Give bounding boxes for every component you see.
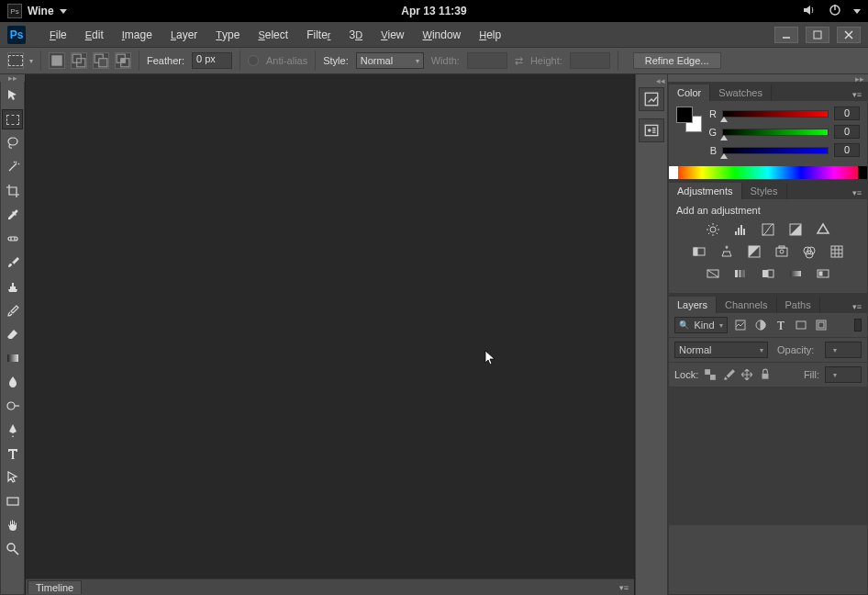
feather-input[interactable]: 0 px: [192, 52, 232, 69]
move-tool[interactable]: [2, 85, 23, 106]
menu-file[interactable]: File: [40, 25, 76, 45]
rectangle-tool[interactable]: [2, 491, 23, 511]
window-maximize-button[interactable]: [806, 27, 829, 43]
tab-channels[interactable]: Channels: [717, 297, 776, 313]
menu-select[interactable]: Select: [249, 25, 297, 45]
tab-styles[interactable]: Styles: [742, 183, 787, 199]
document-canvas[interactable]: Timeline ▾≡: [25, 74, 635, 595]
gradient-tool[interactable]: [2, 348, 23, 368]
eraser-tool[interactable]: [2, 324, 23, 344]
app-indicator-icon[interactable]: Ps: [7, 4, 22, 18]
fill-input[interactable]: ▾: [825, 366, 862, 383]
hue-saturation-icon[interactable]: [690, 243, 708, 260]
lock-all-icon[interactable]: [759, 368, 772, 381]
black-white-icon[interactable]: [745, 243, 763, 260]
tab-paths[interactable]: Paths: [777, 297, 820, 313]
menu-window[interactable]: Window: [413, 25, 470, 45]
channel-mixer-icon[interactable]: [800, 243, 818, 260]
timeline-tab[interactable]: Timeline: [28, 580, 82, 594]
g-slider[interactable]: [722, 129, 829, 136]
opacity-input[interactable]: ▾: [825, 342, 862, 358]
lasso-tool[interactable]: [2, 133, 23, 153]
selection-intersect-icon[interactable]: [115, 52, 131, 69]
filter-adjustment-icon[interactable]: [753, 318, 768, 332]
blur-tool[interactable]: [2, 372, 23, 392]
dodge-tool[interactable]: [2, 396, 23, 416]
tab-swatches[interactable]: Swatches: [710, 84, 772, 101]
path-selection-tool[interactable]: [2, 467, 23, 488]
r-value-input[interactable]: 0: [834, 107, 860, 120]
exposure-icon[interactable]: [786, 221, 805, 238]
power-icon[interactable]: [828, 3, 842, 19]
history-brush-tool[interactable]: [2, 300, 23, 320]
menu-3d[interactable]: 3D: [339, 25, 372, 45]
color-panel-menu-icon[interactable]: ▾≡: [847, 88, 867, 101]
brush-tool[interactable]: [2, 253, 23, 273]
current-tool-icon[interactable]: [7, 52, 24, 69]
g-value-input[interactable]: 0: [834, 125, 860, 139]
clone-stamp-tool[interactable]: [2, 276, 23, 297]
selection-add-icon[interactable]: [71, 52, 87, 69]
selection-new-icon[interactable]: [49, 52, 65, 69]
foreground-color-swatch[interactable]: [676, 107, 693, 123]
style-select[interactable]: Normal▾: [356, 52, 424, 69]
photo-filter-icon[interactable]: [773, 243, 791, 260]
blend-mode-select[interactable]: Normal▾: [674, 342, 768, 358]
menu-view[interactable]: View: [372, 25, 413, 45]
layers-panel-menu-icon[interactable]: ▾≡: [847, 300, 867, 313]
app-title[interactable]: Wine: [28, 5, 54, 17]
menu-edit[interactable]: Edit: [76, 25, 113, 45]
brightness-contrast-icon[interactable]: [704, 221, 722, 238]
lock-pixels-icon[interactable]: [722, 368, 735, 381]
right-dock-collapse-grip[interactable]: ▸▸: [668, 74, 868, 82]
color-lookup-icon[interactable]: [828, 243, 846, 260]
filter-shape-icon[interactable]: [794, 318, 808, 332]
filter-smart-icon[interactable]: [814, 318, 829, 332]
lock-transparency-icon[interactable]: [704, 368, 717, 381]
threshold-icon[interactable]: [759, 265, 777, 282]
marquee-tool[interactable]: [2, 109, 23, 129]
adjustments-panel-menu-icon[interactable]: ▾≡: [847, 186, 867, 199]
system-clock[interactable]: Apr 13 11:39: [401, 5, 466, 17]
magic-wand-tool[interactable]: [2, 157, 23, 177]
b-value-input[interactable]: 0: [834, 143, 860, 157]
type-tool[interactable]: [2, 443, 23, 464]
posterize-icon[interactable]: [731, 265, 750, 282]
toolbox-collapse-grip[interactable]: ▸▸: [0, 74, 25, 82]
window-close-button[interactable]: [837, 27, 861, 43]
refine-edge-button[interactable]: Refine Edge...: [633, 52, 721, 69]
eyedropper-tool[interactable]: [2, 205, 23, 225]
dock-expand-grip[interactable]: ◂◂: [636, 76, 667, 84]
system-menu-dropdown-icon[interactable]: [853, 9, 861, 14]
levels-icon[interactable]: [731, 221, 750, 238]
menu-filter[interactable]: Filter: [297, 25, 339, 45]
healing-brush-tool[interactable]: [2, 229, 23, 249]
vibrance-icon[interactable]: [814, 221, 832, 238]
color-spectrum-ramp[interactable]: [669, 166, 867, 179]
color-swatch-stack[interactable]: [676, 107, 702, 132]
tab-adjustments[interactable]: Adjustments: [669, 183, 742, 199]
selective-color-icon[interactable]: [814, 265, 832, 282]
menu-type[interactable]: Type: [206, 25, 249, 45]
b-slider[interactable]: [722, 147, 829, 154]
history-panel-icon[interactable]: [639, 87, 664, 111]
tab-layers[interactable]: Layers: [669, 297, 717, 313]
pen-tool[interactable]: [2, 420, 23, 440]
properties-panel-icon[interactable]: [639, 118, 664, 142]
tab-color[interactable]: Color: [669, 84, 710, 101]
curves-icon[interactable]: [759, 221, 777, 238]
selection-subtract-icon[interactable]: [93, 52, 109, 69]
invert-icon[interactable]: [704, 265, 722, 282]
zoom-tool[interactable]: [2, 539, 23, 559]
crop-tool[interactable]: [2, 181, 23, 201]
hand-tool[interactable]: [2, 515, 23, 535]
app-menu-dropdown-icon[interactable]: [60, 9, 67, 14]
layer-filter-kind-select[interactable]: 🔍Kind▾: [674, 317, 728, 333]
tool-preset-dropdown-icon[interactable]: ▾: [29, 57, 33, 65]
r-slider[interactable]: [722, 110, 829, 118]
filter-toggle-switch[interactable]: [854, 319, 862, 331]
filter-pixel-icon[interactable]: [733, 318, 748, 332]
filter-type-icon[interactable]: [773, 318, 788, 332]
lock-position-icon[interactable]: [740, 368, 753, 381]
window-minimize-button[interactable]: [774, 27, 798, 43]
